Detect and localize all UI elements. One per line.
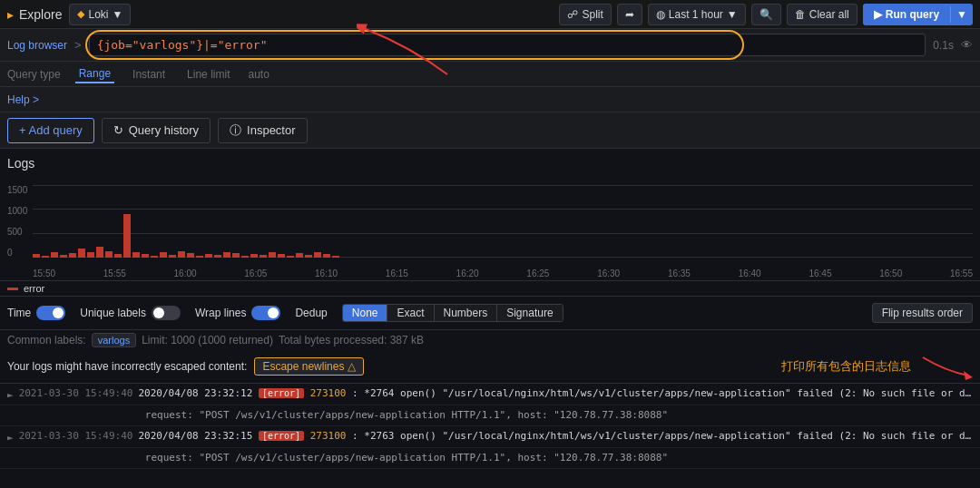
chart-bar [51,252,58,258]
action-row: + Add query ↻ Query history ⓘ Inspector [0,112,980,149]
inspector-button[interactable]: ⓘ Inspector [218,118,307,143]
datasource-selector[interactable]: ◆ Loki ▼ [69,4,131,25]
chart-area [33,185,973,258]
log-number-1: 273100 [310,387,347,399]
chevron-down-icon: ▼ [112,8,122,21]
escape-newlines-button[interactable]: Escape newlines △ [254,357,363,376]
run-query-dropdown[interactable]: ▼ [950,6,973,23]
flip-results-button[interactable]: Flip results order [872,303,973,323]
log-expand-icon-1[interactable]: ► [7,388,14,402]
chart-bar [205,254,212,258]
compass-icon: ▸ [7,7,14,22]
logs-title: Logs [7,156,973,171]
dedup-tab-none[interactable]: None [343,305,388,321]
log-expand-icon-2[interactable]: ► [7,431,14,444]
share-button[interactable]: ➦ [617,4,642,25]
app-title-text: Explore [19,7,62,22]
chart-bar [87,252,94,258]
legend-dot-error [7,288,18,290]
run-query-button[interactable]: ▶ Run query ▼ [863,4,973,25]
chart-bar [160,252,167,258]
chart-bar [278,254,285,258]
chart-bar [105,251,113,258]
top-nav-actions: ☍ Split ➦ ◍ Last 1 hour ▼ 🔍 🗑 Clear all … [559,4,973,25]
help-link[interactable]: Help > [7,93,39,106]
warning-row: Your logs might have incorrectly escaped… [0,350,980,384]
chart-bar [60,255,67,258]
split-button[interactable]: ☍ Split [559,4,611,25]
split-icon: ☍ [567,8,578,21]
history-icon: ↻ [113,123,123,137]
wrap-lines-toggle[interactable] [251,306,280,320]
eye-icon[interactable]: 👁 [961,38,973,52]
clear-all-label: Clear all [809,8,849,21]
tab-range[interactable]: Range [75,65,114,83]
query-timer: 0.1s [933,39,954,52]
time-toggle[interactable] [36,306,65,320]
query-input-wrap [89,34,926,56]
chart-bar [33,254,40,258]
log-text-2: 2020/04/08 23:32:15 [error] 273100 : *27… [138,429,973,443]
zoom-out-button[interactable]: 🔍 [751,4,781,25]
add-query-button[interactable]: + Add query [7,118,94,143]
log-date-2: 2020/04/08 23:32:15 [138,430,258,442]
query-type-label: Query type [7,68,61,81]
chart-bar [241,256,249,258]
info-icon: ⓘ [230,122,241,139]
chart-bar [78,249,85,258]
svg-marker-1 [964,371,973,380]
log-entry-1: ► 2021-03-30 15:49:40 2020/04/08 23:32:1… [0,384,980,405]
dedup-control: Dedup [295,307,327,319]
log-date-1: 2020/04/08 23:32:12 [138,387,258,399]
chart-bar [151,256,158,258]
query-history-label: Query history [129,123,199,137]
chart-bar [142,254,149,258]
y-label-0: 0 [7,248,27,258]
chart-bar [232,253,240,258]
time-range-button[interactable]: ◍ Last 1 hour ▼ [648,4,746,25]
run-query-main[interactable]: ▶ Run query [863,6,950,23]
chart-bar [178,251,185,258]
share-icon: ➦ [625,8,634,21]
arrow-icon: > [74,38,82,52]
x-label-1550: 15:50 [33,268,55,278]
unique-labels-toggle[interactable] [152,306,181,320]
add-query-label: + Add query [19,123,83,137]
limit-text: Limit: 1000 (1000 returned) [142,334,273,346]
chart-y-labels: 1500 1000 500 0 [7,185,27,258]
chart-x-labels: 15:50 15:55 16:00 16:05 16:10 16:15 16:2… [33,268,973,278]
unique-labels-label: Unique labels [80,307,146,319]
log-browser-label[interactable]: Log browser [7,39,67,52]
y-label-1000: 1000 [7,206,27,216]
query-input[interactable] [89,34,926,56]
log-entry-continuation-2: 2021-03-30 15:49:40 request: "POST /ws/v… [0,448,980,468]
tab-line-limit[interactable]: Line limit [183,66,233,83]
clear-all-button[interactable]: 🗑 Clear all [787,4,858,25]
query-history-button[interactable]: ↻ Query history [102,118,211,143]
log-text-1: 2020/04/08 23:32:12 [error] 273100 : *27… [138,386,973,400]
chart-bar [96,247,103,258]
warning-text: Your logs might have incorrectly escaped… [7,360,247,373]
log-error-badge-1: [error] [259,388,304,398]
chart-bar [305,255,312,258]
controls-row: Time Unique labels Wrap lines Dedup None… [0,296,980,330]
x-label-1640: 16:40 [739,268,761,278]
chart-bar [214,255,221,258]
chart-bar [132,252,140,258]
escape-newlines-label: Escape newlines [262,360,344,373]
chart-bar [260,255,267,258]
x-label-1630: 16:30 [597,268,620,278]
x-label-1605: 16:05 [244,268,267,278]
app-title: ▸ Explore [7,7,62,22]
dedup-tab-signature[interactable]: Signature [497,305,562,321]
log-content-2: : *2763 open() "/usr/local/nginx/html/ws… [352,430,973,442]
dedup-tab-numbers[interactable]: Numbers [435,305,498,321]
common-label-tag: varlogs [92,333,136,347]
wrap-lines-label: Wrap lines [195,307,246,319]
dedup-tab-exact[interactable]: Exact [387,305,434,321]
chart-bar [250,254,258,258]
warning-icon: △ [348,360,356,373]
tab-instant[interactable]: Instant [129,66,169,83]
chart-bar [187,253,194,258]
x-label-1615: 16:15 [386,268,408,278]
